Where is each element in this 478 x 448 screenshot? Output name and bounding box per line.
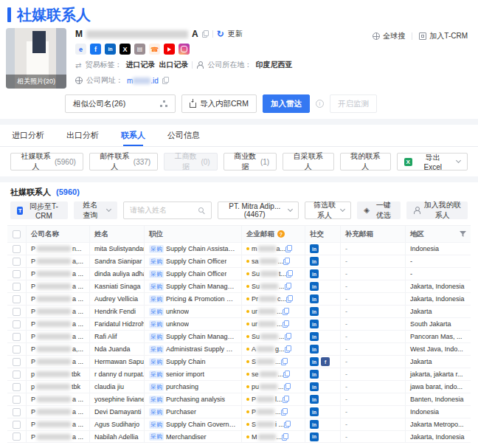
- filter-my-contacts[interactable]: 我的联系人: [340, 153, 391, 170]
- row-checkbox[interactable]: [13, 433, 21, 441]
- info-icon[interactable]: [316, 100, 324, 108]
- youtube-icon[interactable]: [164, 44, 175, 55]
- linkedin-icon[interactable]: in: [310, 345, 319, 354]
- row-checkbox[interactable]: [13, 320, 21, 328]
- filter-business-registry-data[interactable]: 工商数据(0): [164, 153, 218, 170]
- facebook-icon[interactable]: [90, 44, 101, 55]
- copy-icon[interactable]: [285, 283, 291, 290]
- blog-icon[interactable]: [134, 44, 145, 55]
- copy-icon[interactable]: [286, 295, 293, 303]
- linkedin-icon[interactable]: in: [310, 433, 319, 441]
- linkedin-icon[interactable]: in: [310, 395, 319, 404]
- help-icon[interactable]: [277, 230, 285, 238]
- export-records-link[interactable]: 出口记录: [159, 60, 188, 70]
- similar-companies-button[interactable]: 相似公司名(26): [65, 94, 176, 113]
- copy-icon[interactable]: [282, 433, 288, 441]
- website-link[interactable]: m .id: [127, 77, 159, 85]
- email-redacted: [257, 346, 274, 352]
- linkedin-icon[interactable]: in: [310, 370, 319, 379]
- row-checkbox[interactable]: [13, 308, 21, 316]
- copy-icon[interactable]: [283, 308, 289, 315]
- phone-icon[interactable]: [149, 44, 160, 55]
- row-checkbox[interactable]: [13, 371, 21, 379]
- row-checkbox[interactable]: [13, 358, 21, 366]
- linkedin-icon[interactable]: in: [310, 244, 319, 253]
- quick-select-button[interactable]: 一键优选: [357, 201, 401, 219]
- copy-icon[interactable]: [284, 383, 291, 390]
- copy-icon[interactable]: [283, 320, 289, 328]
- linkedin-icon[interactable]: in: [310, 282, 319, 291]
- row-checkbox[interactable]: [13, 421, 21, 429]
- linkedin-icon[interactable]: in: [310, 257, 319, 266]
- tab-export-analysis[interactable]: 出口分析: [66, 125, 99, 146]
- company-suffix: a ...: [72, 283, 83, 290]
- website-icon[interactable]: [75, 44, 86, 55]
- add-my-contacts-button[interactable]: 加入我的联系人: [406, 201, 468, 219]
- tab-contacts[interactable]: 联系人: [121, 125, 145, 146]
- instagram-icon[interactable]: [179, 44, 190, 55]
- copy-icon[interactable]: [285, 345, 291, 353]
- filter-funnel-icon[interactable]: [460, 231, 466, 238]
- add-radar-button[interactable]: 加入雷达: [263, 94, 310, 113]
- update-button[interactable]: 更新: [228, 29, 243, 39]
- copy-icon[interactable]: [281, 408, 288, 416]
- linkedin-icon[interactable]: in: [310, 332, 319, 341]
- row-checkbox[interactable]: [13, 283, 21, 291]
- refresh-icon[interactable]: ↻: [217, 30, 224, 38]
- copy-icon[interactable]: [284, 421, 291, 428]
- company-filter-dropdown[interactable]: PT. Mitra Adip...(4467): [218, 201, 299, 219]
- row-checkbox[interactable]: [13, 270, 21, 278]
- tab-import-analysis[interactable]: 进口分析: [12, 125, 44, 146]
- company-suffix: tbk: [72, 383, 80, 390]
- tab-company-info[interactable]: 公司信息: [167, 125, 200, 146]
- name-search-input[interactable]: 请输入姓名: [123, 201, 211, 219]
- copy-icon[interactable]: [283, 371, 290, 378]
- export-excel-button[interactable]: 导出 Excel: [397, 153, 468, 170]
- filter-self-collected-contacts[interactable]: 自采联系人: [283, 153, 333, 170]
- copy-icon[interactable]: [281, 358, 288, 365]
- import-records-link[interactable]: 进口记录: [125, 60, 155, 70]
- name-query-dropdown[interactable]: 姓名查询: [74, 201, 118, 219]
- row-checkbox[interactable]: [13, 408, 21, 416]
- row-checkbox[interactable]: [13, 333, 21, 341]
- linkedin-icon[interactable]: in: [310, 407, 319, 416]
- select-all-checkbox[interactable]: [13, 230, 21, 238]
- x-icon[interactable]: [119, 44, 131, 55]
- linkedin-icon[interactable]: [105, 44, 116, 55]
- linkedin-icon[interactable]: in: [310, 320, 319, 328]
- filter-email-contacts[interactable]: 邮件联系人(337): [89, 153, 158, 170]
- linkedin-icon[interactable]: in: [310, 269, 319, 278]
- linkedin-icon[interactable]: in: [310, 357, 319, 366]
- name-query-label: 姓名查询: [80, 200, 101, 221]
- copy-icon[interactable]: [285, 333, 291, 340]
- related-photos-thumbnail[interactable]: 相关照片(20): [6, 28, 66, 89]
- linkedin-icon[interactable]: in: [310, 382, 319, 391]
- global-search-button[interactable]: 全球搜: [373, 31, 405, 41]
- filter-commercial-data[interactable]: 商业数据(1): [224, 153, 277, 170]
- row-checkbox[interactable]: [13, 245, 21, 253]
- filter-social-contacts[interactable]: 社媒联系人(5960): [10, 153, 83, 170]
- linkedin-icon[interactable]: in: [310, 294, 319, 303]
- join-tcrm-button[interactable]: 加入T-CRM: [419, 31, 468, 41]
- sync-tcrm-button[interactable]: 同步至T-CRM: [10, 201, 68, 219]
- row-checkbox[interactable]: [13, 295, 21, 303]
- start-monitor-button[interactable]: 开启监测: [330, 94, 377, 113]
- row-checkbox[interactable]: [13, 383, 21, 391]
- copy-icon[interactable]: [283, 258, 290, 265]
- extra-email-cell: -: [341, 343, 406, 355]
- linkedin-icon[interactable]: in: [310, 307, 319, 316]
- copy-icon[interactable]: [285, 245, 292, 252]
- row-checkbox[interactable]: [13, 396, 21, 404]
- copy-icon[interactable]: [202, 30, 209, 38]
- copy-icon[interactable]: [283, 396, 289, 403]
- filter-contacts-dropdown[interactable]: 筛选联系人: [305, 201, 351, 219]
- row-checkbox[interactable]: [13, 345, 21, 354]
- facebook-icon[interactable]: f: [321, 357, 330, 366]
- row-checkbox[interactable]: [13, 258, 21, 266]
- import-crm-button[interactable]: 导入内部CRM: [181, 94, 257, 113]
- copy-icon[interactable]: [286, 270, 293, 278]
- company-cell: Pa ...: [27, 393, 90, 405]
- copy-icon[interactable]: [162, 77, 169, 84]
- linkedin-icon[interactable]: in: [310, 420, 319, 429]
- position-text: Supply Chain Officer: [166, 270, 226, 278]
